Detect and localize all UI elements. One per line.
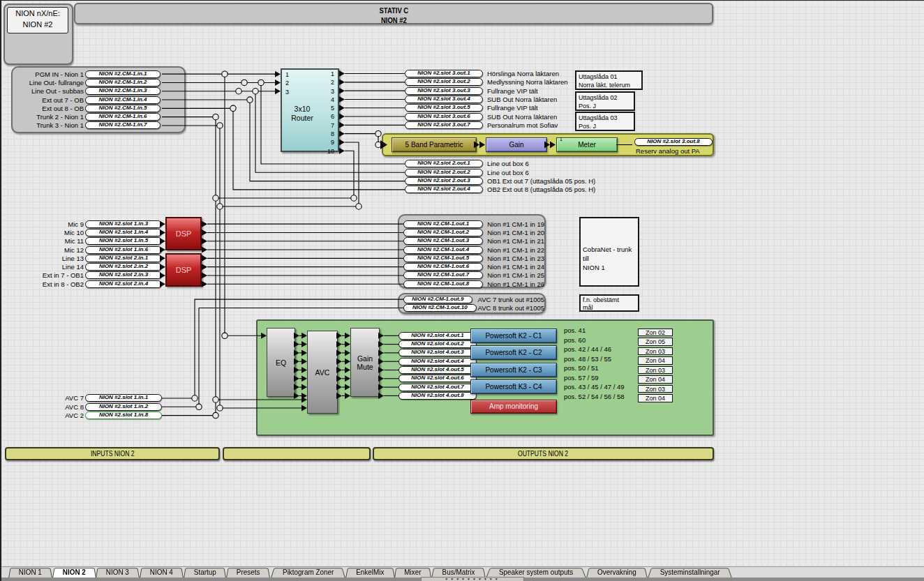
port-pill[interactable]: NION #2.slot 3.out.2: [405, 78, 483, 86]
port-pill[interactable]: NION #2.CM-1.in.2: [85, 79, 161, 86]
port-pill[interactable]: NION #2.slot 2.out.3: [405, 177, 483, 185]
router-block[interactable]: 1 2 3 1 2 3 4 5 6 7 8 9 10 3x10Router: [281, 68, 339, 152]
port-pill[interactable]: NION #2.slot 1.in.8: [85, 412, 162, 419]
avc-input-list: AVC 7NION #2.slot 1.in.1 AVC 8NION #2.sl…: [13, 394, 162, 420]
port-pill[interactable]: NION #2.slot 3.out.3: [405, 87, 483, 95]
port-pill[interactable]: NION #2.CM-1.out.4: [403, 246, 483, 254]
port-pill[interactable]: NION #2.slot 1.in.2: [85, 403, 162, 411]
tab-enkelmix[interactable]: EnkelMix: [345, 567, 395, 578]
eq-block[interactable]: EQ: [267, 328, 295, 397]
port-pill[interactable]: NION #2.CM-1.out.2: [403, 229, 483, 236]
port-pill[interactable]: NION #2.CM-1.out.5: [403, 255, 483, 262]
port-pill[interactable]: NION #2.CM-1.out.9: [403, 296, 472, 303]
uttagslada-03-note: Uttagslåda 03 Pos. J: [575, 112, 635, 131]
dsp-block-2[interactable]: DSP: [165, 253, 202, 287]
port-pill[interactable]: NION #2.slot 3.out.7: [405, 121, 483, 129]
port-pill[interactable]: NION #2.CM-1.out.6: [403, 263, 483, 271]
meter-block[interactable]: Meter: [556, 137, 618, 152]
port-pill[interactable]: NION #2.slot 3.out.5: [405, 104, 483, 112]
port-pill[interactable]: NION #2.CM-1.in.6: [85, 113, 161, 121]
port-pill[interactable]: NION #2.slot 1.in.5: [85, 237, 162, 245]
router-in-ports: 1 2 3: [285, 70, 289, 96]
port-pill[interactable]: NION #2.slot 2.out.1: [405, 160, 483, 167]
port-pill[interactable]: NION #2.slot 2.in.4: [85, 280, 162, 288]
tab-speaker-system-outputs[interactable]: Speaker system outputs: [486, 567, 586, 578]
page-tab-bar: NION 1 NION 2 NION 3 NION 4 Startup Pres…: [1, 566, 924, 578]
tab-overvakning[interactable]: Overvakning: [586, 567, 648, 578]
port-pill[interactable]: NION #2.slot 2.in.3: [85, 271, 162, 279]
pos-label: pos. 48 / 53 / 55: [564, 354, 625, 364]
input-label: Mic 10: [13, 229, 85, 236]
reserve-out-label: Reserv analog out PA: [636, 147, 700, 155]
port-pill[interactable]: NION #2.CM-1.in.3: [85, 87, 161, 95]
port-pill[interactable]: NION #2.slot 1.in.3: [85, 220, 162, 228]
port-pill[interactable]: NION #2.CM-1.in.7: [85, 121, 161, 129]
tab-nion-2[interactable]: NION 2: [52, 567, 96, 578]
input-label: Mic 12: [13, 246, 85, 254]
port-pill[interactable]: NION #2.slot 2.out.2: [405, 169, 483, 176]
port-pill[interactable]: NION #2.slot 4.out.1: [398, 332, 477, 340]
port-pill[interactable]: NION #2.slot 1.in.6: [85, 246, 162, 254]
powersoft-amp-button-4[interactable]: Powersoft K3 - C4: [470, 379, 557, 394]
port-pill[interactable]: NION #2.CM-1.in.5: [85, 105, 161, 112]
port-pill[interactable]: NION #2.CM-1.out.3: [403, 237, 483, 245]
tab-startup[interactable]: Startup: [184, 567, 226, 578]
port-pill[interactable]: NION #2.CM-1.in.4: [85, 96, 161, 104]
node-box-line2: NION #2: [23, 20, 53, 29]
zone-badge: Zon 03: [638, 347, 673, 356]
gain-mute-block[interactable]: Gain Mute: [350, 328, 380, 397]
powersoft-amp-button-1[interactable]: Powersoft K2 - C1: [470, 329, 557, 343]
pos-label: pos. 42 / 44 / 46: [564, 345, 625, 354]
port-pill[interactable]: NION #2.slot 4.out.6: [398, 375, 477, 382]
avc-trunk-group: NION #2.CM-1.out.9AVC 7 trunk out #1005 …: [398, 293, 546, 314]
avc-block[interactable]: AVC: [307, 331, 338, 414]
port-pill[interactable]: NION #2.CM-1.in.1: [85, 70, 161, 78]
port-pill[interactable]: NION #2.slot 3.out.6: [405, 113, 483, 121]
output-label: Nion #1 CM-1 in 19: [487, 220, 544, 228]
gain-block[interactable]: Gain: [486, 137, 547, 152]
port-pill[interactable]: NION #2.slot 4.out.7: [398, 384, 477, 391]
port-pill[interactable]: NION #2.slot 3.out.4: [405, 96, 483, 103]
input-label: Ext out 7 - OB: [13, 96, 85, 104]
port-pill[interactable]: NION #2.slot 3.out.8: [634, 138, 713, 146]
port-pill[interactable]: NION #2.slot 2.out.4: [405, 186, 483, 193]
node-box[interactable]: NION nX/nE: NION #2: [3, 3, 73, 65]
input-label: Ext in 8 - OB2: [13, 280, 85, 288]
tab-nion-3[interactable]: NION 3: [96, 567, 140, 578]
port-pill[interactable]: NION #2.slot 4.out.2: [398, 340, 477, 348]
port-pill[interactable]: NION #2.slot 1.in.4: [85, 229, 162, 236]
powersoft-amp-button-3[interactable]: Powersoft K2 - C3: [470, 363, 557, 377]
dsp-block-1[interactable]: DSP: [165, 217, 202, 250]
port-pill[interactable]: NION #2.CM-1.out.8: [403, 280, 483, 288]
output-label: Nion #1 CM-1 in 26: [487, 280, 544, 288]
zone-badge: Zon 02: [638, 329, 673, 337]
output-label: Fullrange VIP tält: [487, 104, 538, 112]
port-pill[interactable]: NION #2.slot 3.out.1: [405, 70, 483, 77]
port-pill[interactable]: NION #2.slot 4.out.3: [398, 349, 477, 356]
tab-nion-4[interactable]: NION 4: [140, 567, 184, 578]
powersoft-amp-button-2[interactable]: Powersoft K2 - C2: [470, 345, 557, 360]
port-pill[interactable]: NION #2.slot 2.in.1: [85, 255, 162, 262]
input-label: Line 14: [13, 263, 85, 271]
pa-chain-strip: 5 Band Parametric Gain Meter 1 NION #2.s…: [382, 133, 714, 156]
tab-presets[interactable]: Presets: [226, 567, 270, 578]
input-label: Mic 11: [13, 237, 85, 245]
port-pill[interactable]: NION #2.slot 1.in.1: [85, 394, 162, 402]
port-pill[interactable]: NION #2.CM-1.out.10: [403, 304, 477, 312]
input-label: Trunk 2 - Nion 1: [13, 113, 85, 121]
amp-monitoring-button[interactable]: Amp monitoring: [470, 400, 557, 414]
tab-systeminstallningar[interactable]: Systeminstallningar: [648, 567, 732, 578]
port-pill[interactable]: NION #2.CM-1.out.7: [403, 271, 483, 279]
output-label: Nion #1 CM-1 in 24: [487, 263, 544, 271]
port-pill[interactable]: NION #2.slot 4.out.5: [398, 366, 477, 374]
parametric-eq-block[interactable]: 5 Band Parametric: [392, 137, 477, 152]
tab-nion-1[interactable]: NION 1: [8, 567, 52, 578]
pos-label: pos. 52 / 54 / 56 / 58: [564, 392, 625, 402]
pos-label: pos. 43 / 45 / 47 / 49: [564, 382, 625, 392]
page-title: STATIV C NION #2: [74, 3, 713, 24]
port-pill[interactable]: NION #2.slot 4.out.8: [398, 392, 477, 400]
tab-piktogram-zoner[interactable]: Piktogram Zoner: [271, 567, 345, 578]
port-pill[interactable]: NION #2.slot 2.in.2: [85, 263, 162, 271]
port-pill[interactable]: NION #2.CM-1.out.1: [403, 220, 483, 228]
port-pill[interactable]: NION #2.slot 4.out.4: [398, 358, 477, 365]
